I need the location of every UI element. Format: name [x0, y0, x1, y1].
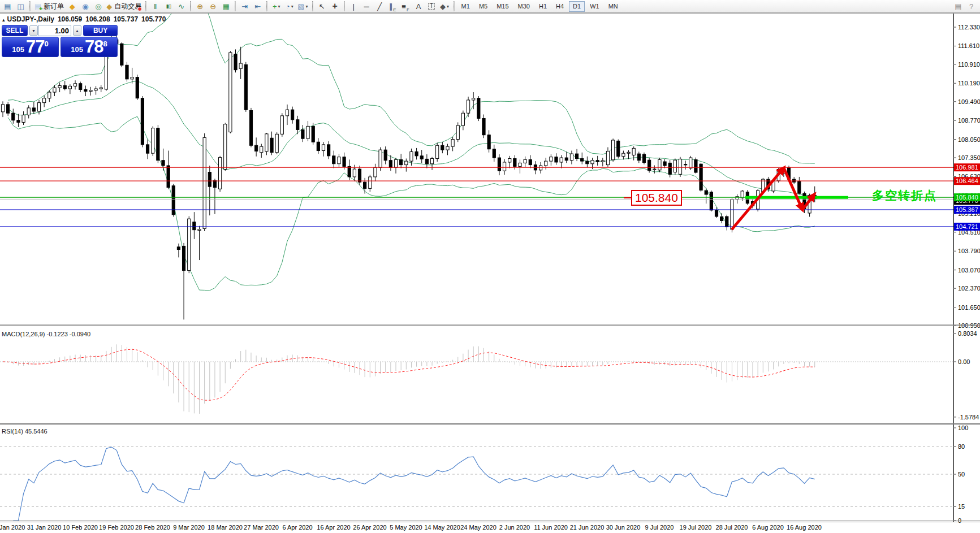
- collapse-panel-icon[interactable]: ▴: [2, 17, 5, 23]
- bull-candle: [405, 161, 408, 164]
- bear-candle: [710, 192, 713, 210]
- volume-down-button[interactable]: ▼: [29, 25, 38, 36]
- new-chart-button[interactable]: ▤: [1, 1, 14, 12]
- indicators-button[interactable]: +▾: [270, 1, 283, 12]
- macd-tick-label: 0.8034: [958, 330, 977, 337]
- bull-candle: [1, 105, 4, 112]
- bull-candle: [152, 128, 154, 154]
- price-tick-label: 109.490: [958, 98, 980, 105]
- line-chart-type-button[interactable]: ∿: [175, 1, 188, 12]
- text-label-button[interactable]: T: [425, 1, 438, 12]
- one-click-trading-panel: SELL ▼ ▲ BUY 105 77 0 105 78 8: [2, 25, 118, 58]
- turning-point-note[interactable]: 多空转折点: [872, 188, 937, 203]
- timeframe-h1-button[interactable]: H1: [535, 1, 551, 12]
- sell-button[interactable]: SELL: [2, 25, 28, 36]
- volume-input[interactable]: [38, 25, 71, 36]
- date-axis: 22 Jan 202031 Jan 202010 Feb 202019 Feb …: [0, 524, 822, 531]
- chart-shift-button[interactable]: ⇤: [251, 1, 264, 12]
- date-tick-label: 30 Jun 2020: [606, 524, 641, 531]
- signals-button[interactable]: ◎: [92, 1, 105, 12]
- templates-button[interactable]: ▧▾: [296, 1, 309, 12]
- timeframe-m1-button[interactable]: M1: [457, 1, 474, 12]
- timeframe-m5-button[interactable]: M5: [475, 1, 491, 12]
- bull-candle: [503, 162, 506, 171]
- metaeditor-button[interactable]: ◆: [66, 1, 79, 12]
- bear-candle: [79, 84, 82, 90]
- volume-up-button[interactable]: ▲: [73, 25, 81, 36]
- candlestick-chart-type-button[interactable]: ▮▯: [162, 1, 175, 12]
- timeframe-w1-button[interactable]: W1: [586, 1, 603, 12]
- symbol-info-bar: ▴USDJPY-,Daily106.059106.208105.737105.7…: [2, 15, 169, 23]
- date-tick-label: 9 Jul 2020: [645, 524, 674, 531]
- bull-candle: [338, 157, 340, 164]
- fibonacci-button[interactable]: ≡F: [399, 1, 412, 12]
- bull-candle: [89, 90, 92, 92]
- auto-scroll-button[interactable]: ⇥: [238, 1, 251, 12]
- bear-candle: [720, 216, 723, 220]
- bull-candle: [131, 77, 133, 79]
- equidistant-channel-button[interactable]: ∥E: [386, 1, 399, 12]
- bar-chart-type-button[interactable]: ‖: [149, 1, 162, 12]
- fibonacci-button-icon: ≡: [402, 3, 406, 10]
- autotrading-button[interactable]: ◆自动交易: [105, 1, 143, 12]
- new-chart-button-icon: ▤: [4, 3, 11, 10]
- rsi-tick-label: 15: [958, 503, 965, 510]
- price-tick-label: 102.370: [958, 285, 980, 292]
- bear-candle: [581, 158, 584, 161]
- macd-indicator-label: MACD(12,26,9) -0.1223 -0.0940: [2, 331, 90, 337]
- symbol-title: USDJPY-,Daily: [7, 15, 54, 23]
- new-order-button[interactable]: ▤+新订单: [33, 1, 66, 12]
- date-tick-label: 24 May 2020: [460, 524, 497, 531]
- chart-canvas[interactable]: 112.330111.610110.910110.190109.490108.7…: [0, 0, 980, 533]
- trendline-button[interactable]: ╱: [373, 1, 386, 12]
- chart-profiles-button[interactable]: ◫: [14, 1, 27, 12]
- bear-candle: [317, 142, 320, 150]
- timeframe-h4-button[interactable]: H4: [552, 1, 568, 12]
- sell-price-big: 77: [26, 37, 44, 57]
- bull-candle: [306, 126, 309, 138]
- price-annotation-box[interactable]: 105.840: [624, 190, 682, 206]
- bull-candle: [94, 89, 97, 90]
- date-tick-label: 22 Jan 2020: [0, 524, 25, 531]
- shapes-button[interactable]: ◆▾: [438, 1, 451, 12]
- bull-candle: [550, 157, 552, 161]
- bull-candle: [100, 88, 102, 89]
- vertical-line-button[interactable]: |: [347, 1, 360, 12]
- text-button[interactable]: A: [412, 1, 425, 12]
- toolbar-separator: [145, 1, 146, 11]
- bull-candle: [218, 158, 221, 189]
- bull-candle: [627, 152, 630, 153]
- zoom-in-button[interactable]: ⊕: [193, 1, 206, 12]
- bear-candle: [648, 160, 651, 171]
- market-button[interactable]: ◉: [79, 1, 92, 12]
- bull-candle: [519, 163, 521, 166]
- timeframe-m15-button[interactable]: M15: [493, 1, 512, 12]
- tile-windows-button[interactable]: ▦: [219, 1, 232, 12]
- buy-price-button[interactable]: 105 78 8: [61, 37, 118, 57]
- date-tick-label: 28 Feb 2020: [135, 524, 170, 531]
- timeframe-mn-button[interactable]: MN: [605, 1, 622, 12]
- sell-price-pip: 0: [44, 40, 48, 48]
- bear-candle: [120, 44, 123, 65]
- timeframe-m30-button[interactable]: M30: [514, 1, 534, 12]
- crosshair-button[interactable]: +: [329, 1, 342, 12]
- date-tick-label: 6 Aug 2020: [752, 524, 784, 531]
- bear-candle: [157, 128, 159, 161]
- ohlc-close: 105.770: [141, 15, 166, 23]
- sell-price-button[interactable]: 105 77 0: [2, 37, 59, 57]
- bull-candle: [524, 159, 526, 163]
- toolbar-separator: [454, 1, 455, 11]
- buy-price-big: 78: [85, 37, 103, 57]
- timeframe-d1-button[interactable]: D1: [569, 1, 585, 12]
- zoom-out-button[interactable]: ⊖: [206, 1, 219, 12]
- help-button-icon: ?: [969, 3, 973, 10]
- help-button[interactable]: ?: [965, 1, 978, 12]
- cursor-button[interactable]: ↖: [316, 1, 329, 12]
- bear-candle: [726, 216, 728, 227]
- horizontal-line-button[interactable]: ─: [360, 1, 373, 12]
- chart-background: [0, 13, 980, 533]
- buy-button[interactable]: BUY: [83, 25, 118, 36]
- periods-button[interactable]: ◔▾: [283, 1, 296, 12]
- print-button[interactable]: ▤: [952, 1, 965, 12]
- bull-candle: [260, 146, 263, 153]
